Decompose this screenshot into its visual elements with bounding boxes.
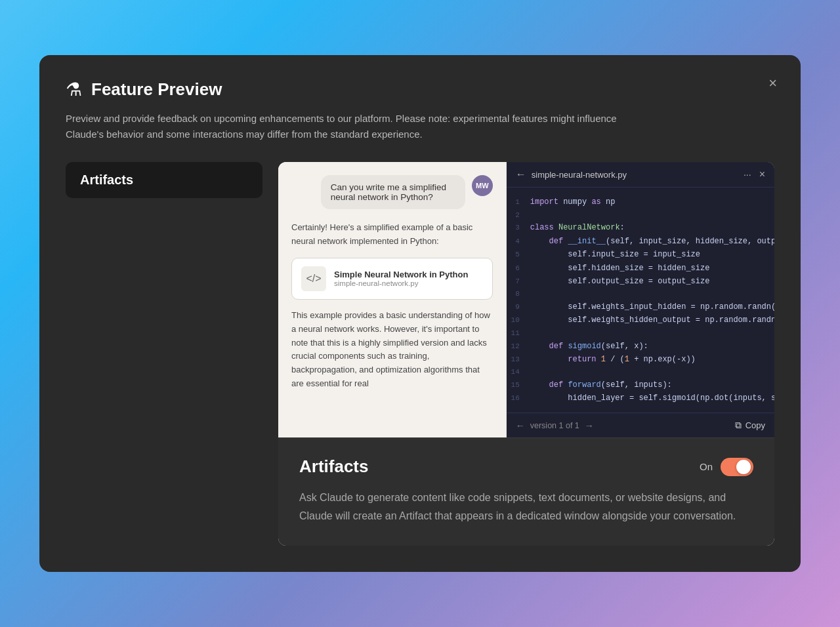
toggle-switch[interactable] [721, 458, 753, 476]
code-line: 7 self.output_size = output_size [507, 275, 774, 288]
code-icon: </> [301, 266, 326, 291]
code-filename: simple-neural-network.py [532, 170, 627, 180]
content-area: Artifacts Can you write me a simplified … [66, 162, 774, 545]
code-close-button[interactable]: × [759, 169, 765, 180]
avatar: MW [472, 175, 493, 196]
code-line: 13 return 1 / (1 + np.exp(-x)) [507, 353, 774, 366]
bottom-section: Artifacts On Ask Claude to generate cont… [278, 437, 774, 545]
toggle-area: On [700, 458, 753, 476]
version-next-button[interactable]: → [585, 420, 594, 431]
code-line: 5 self.input_size = input_size [507, 248, 774, 261]
copy-label: Copy [746, 420, 765, 430]
code-line: 16 hidden_layer = self.sigmoid(np.dot(in… [507, 392, 774, 405]
code-panel-header: ← simple-neural-network.py ··· × [507, 162, 774, 188]
modal-title: Feature Preview [91, 79, 222, 100]
code-line: 11 [507, 327, 774, 340]
feature-title: Artifacts [299, 456, 368, 477]
artifact-title: Simple Neural Network in Python [334, 270, 468, 279]
assistant-followup: This example provides a basic understand… [291, 309, 493, 391]
code-line: 6 self.hidden_size = hidden_size [507, 262, 774, 275]
code-line: 15 def forward(self, inputs): [507, 378, 774, 392]
code-body: 1import numpy as np 2 3class NeuralNetwo… [507, 188, 774, 405]
version-nav: ← version 1 of 1 → [516, 420, 594, 431]
code-line: 14 [507, 366, 774, 378]
code-line: 9 self.weights_input_hidden = np.random.… [507, 300, 774, 314]
artifact-info: Simple Neural Network in Python simple-n… [334, 270, 468, 287]
flask-icon: ⚗ [66, 79, 82, 100]
sidebar-item-artifacts[interactable]: Artifacts [66, 162, 262, 198]
assistant-intro: Certainly! Here's a simplified example o… [291, 221, 493, 249]
modal-subtitle: Preview and provide feedback on upcoming… [66, 111, 656, 142]
code-ellipsis-icon[interactable]: ··· [744, 169, 751, 180]
user-message: Can you write me a simplified neural net… [291, 175, 493, 209]
code-footer: ← version 1 of 1 → ⧉ Copy [507, 413, 774, 437]
copy-button[interactable]: ⧉ Copy [735, 420, 765, 431]
code-line: 12 def sigmoid(self, x): [507, 340, 774, 353]
copy-icon: ⧉ [735, 420, 742, 431]
code-line: 10 self.weights_hidden_output = np.rando… [507, 314, 774, 327]
modal: ⚗ Feature Preview × Preview and provide … [39, 55, 801, 571]
code-line: 8 [507, 288, 774, 300]
code-line: 17 output_layer = self.sigmoid(np.dot(hi… [507, 405, 774, 406]
code-panel-actions: ··· × [744, 169, 765, 180]
chat-panel: Can you write me a simplified neural net… [278, 162, 507, 437]
code-panel: ← simple-neural-network.py ··· × 1import… [507, 162, 774, 437]
artifact-filename: simple-neural-network.py [334, 279, 468, 287]
feature-header: Artifacts On [299, 456, 753, 477]
user-bubble: Can you write me a simplified neural net… [321, 175, 465, 209]
close-button[interactable]: × [768, 76, 777, 91]
sidebar: Artifacts [66, 162, 262, 545]
toggle-label: On [700, 461, 713, 472]
code-nav: ← simple-neural-network.py [516, 169, 627, 180]
code-back-button[interactable]: ← [516, 169, 526, 180]
feature-description: Ask Claude to generate content like code… [299, 489, 753, 524]
code-line: 2 [507, 209, 774, 222]
main-content: Can you write me a simplified neural net… [278, 162, 774, 545]
toggle-thumb [736, 460, 751, 474]
modal-header: ⚗ Feature Preview [66, 79, 774, 100]
version-prev-button[interactable]: ← [516, 420, 525, 431]
preview-section: Can you write me a simplified neural net… [278, 162, 774, 437]
version-text: version 1 of 1 [530, 421, 579, 430]
code-line: 3class NeuralNetwork: [507, 221, 774, 234]
artifact-card[interactable]: </> Simple Neural Network in Python simp… [291, 258, 493, 300]
code-line: 4 def __init__(self, input_size, hidden_… [507, 235, 774, 248]
code-line: 1import numpy as np [507, 195, 774, 209]
